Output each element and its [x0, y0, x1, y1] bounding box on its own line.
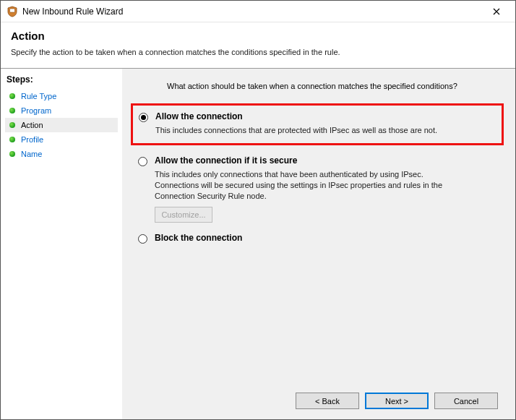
page-title: Action — [11, 30, 505, 42]
prompt-text: What action should be taken when a conne… — [131, 82, 504, 103]
wizard-window: New Inbound Rule Wizard Action Specify t… — [0, 0, 516, 420]
radio-allow[interactable] — [139, 113, 148, 122]
option-desc: This includes connections that are prote… — [155, 125, 466, 136]
app-icon — [7, 6, 18, 17]
window-title: New Inbound Rule Wizard — [22, 7, 482, 17]
bullet-icon — [9, 108, 15, 113]
radio-allow-secure[interactable] — [138, 157, 147, 166]
option-title: Allow the connection — [155, 111, 243, 121]
header: Action Specify the action to be taken wh… — [1, 22, 515, 68]
page-subtitle: Specify the action to be taken when a co… — [11, 48, 505, 56]
step-name[interactable]: Name — [5, 147, 118, 161]
option-allow: Allow the connection This includes conne… — [131, 103, 504, 145]
bullet-icon — [9, 93, 15, 99]
step-label: Rule Type — [21, 92, 56, 100]
svg-rect-0 — [10, 9, 15, 12]
titlebar: New Inbound Rule Wizard — [1, 1, 515, 22]
next-button[interactable]: Next > — [365, 393, 429, 409]
body: Steps: Rule Type Program Action Profile … — [1, 69, 515, 419]
bullet-icon — [9, 122, 15, 128]
steps-title: Steps: — [5, 74, 118, 89]
option-desc: This includes only connections that have… — [155, 169, 465, 202]
footer-buttons: < Back Next > Cancel — [131, 385, 504, 419]
step-rule-type[interactable]: Rule Type — [5, 89, 118, 103]
option-allow-secure: Allow the connection if it is secure Thi… — [131, 155, 504, 233]
step-label: Action — [21, 121, 43, 129]
option-title: Block the connection — [155, 233, 242, 243]
step-label: Profile — [21, 135, 43, 144]
step-profile[interactable]: Profile — [5, 132, 118, 147]
customize-button: Customize... — [155, 207, 212, 223]
option-title: Allow the connection if it is secure — [155, 155, 297, 166]
step-program[interactable]: Program — [5, 103, 118, 118]
back-button[interactable]: < Back — [296, 393, 359, 409]
bullet-icon — [9, 137, 15, 142]
steps-sidebar: Steps: Rule Type Program Action Profile … — [1, 69, 122, 419]
step-label: Program — [21, 106, 51, 115]
close-button[interactable] — [482, 1, 511, 22]
bullet-icon — [9, 151, 15, 157]
radio-row[interactable]: Allow the connection if it is secure — [138, 155, 504, 166]
cancel-button[interactable]: Cancel — [434, 393, 498, 409]
step-action[interactable]: Action — [5, 118, 118, 132]
option-block: Block the connection — [131, 233, 504, 254]
step-label: Name — [21, 150, 42, 158]
radio-row[interactable]: Allow the connection — [139, 111, 496, 122]
radio-row[interactable]: Block the connection — [138, 233, 504, 244]
content-pane: What action should be taken when a conne… — [122, 69, 515, 419]
radio-block[interactable] — [138, 234, 147, 244]
